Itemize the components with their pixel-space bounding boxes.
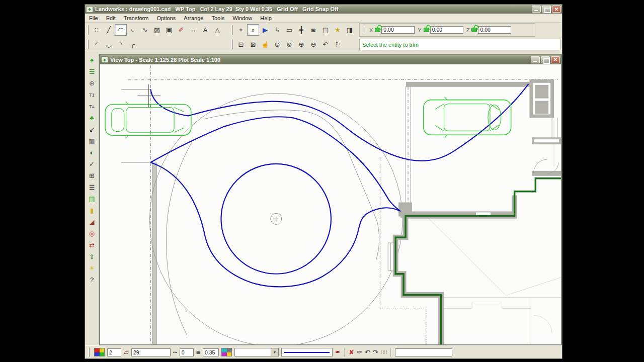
redo-icon[interactable]: ↷ <box>373 348 378 356</box>
toolbar-grip[interactable] <box>87 40 89 49</box>
measure-tool[interactable]: ▤ <box>319 24 332 36</box>
view-maximize-button[interactable] <box>541 56 550 63</box>
delete-icon[interactable]: ✘ <box>349 348 354 356</box>
snap-grid-icon[interactable]: ∷∷ <box>381 349 387 355</box>
import-plant-tool[interactable]: ⇧ <box>86 251 98 262</box>
menu-item[interactable]: Window <box>228 15 256 22</box>
point-tool[interactable]: ∷ <box>91 24 103 36</box>
dimension-tool[interactable]: ↔ <box>187 24 199 36</box>
arc-tool[interactable]: ◠ <box>115 24 127 36</box>
z-lock-icon[interactable] <box>471 28 477 32</box>
menu-item[interactable]: Options <box>152 15 180 22</box>
y-lock-icon[interactable] <box>424 28 429 32</box>
view-minimize-button[interactable] <box>531 56 540 63</box>
color-palette-icon[interactable] <box>94 348 105 356</box>
arc-center-tool[interactable]: ◜ <box>91 39 103 50</box>
arc-radius-tool[interactable]: ◡ <box>103 39 115 50</box>
layers-icon[interactable]: ▱ <box>124 348 129 356</box>
pen-colors-icon[interactable] <box>221 348 232 356</box>
label-list-tool[interactable]: T≡ <box>86 101 98 112</box>
zoom-center-tool[interactable]: ⊚ <box>283 39 295 50</box>
slope-tool[interactable]: ◢ <box>86 217 98 227</box>
contour-ripple-tool[interactable]: ◎ <box>86 228 98 239</box>
view-window-title-bar[interactable]: ♠ View Top - Scale 1:125.28 Plot Scale 1… <box>100 55 561 64</box>
marker-tool[interactable]: ✐ <box>175 24 187 36</box>
shadow-circle-tool[interactable]: ◐ <box>86 147 98 158</box>
sun-shadow-tool[interactable]: ☀ <box>86 263 98 274</box>
spline-tool[interactable]: ∿ <box>139 24 151 36</box>
menu-item[interactable]: Help <box>256 15 276 22</box>
zoom-previous-tool[interactable]: ↶ <box>319 39 332 50</box>
line-preview[interactable] <box>281 348 333 356</box>
paint-roller-tool[interactable]: ▮ <box>86 205 98 216</box>
toolbar-grip[interactable] <box>88 347 90 357</box>
move-label-tool[interactable]: ↙ <box>86 124 98 135</box>
style-combobox[interactable]: ▼ <box>234 348 279 356</box>
plant-list-tool[interactable]: ☰ <box>86 66 98 77</box>
camera-tool[interactable]: ◙ <box>307 24 319 36</box>
menu-item[interactable]: Transform <box>120 15 153 22</box>
combobox-arrow-icon[interactable]: ▼ <box>271 348 278 356</box>
axes-tool[interactable]: ↳ <box>271 24 283 36</box>
menu-item[interactable]: Edit <box>102 15 120 22</box>
help-tool[interactable]: ? <box>86 275 98 285</box>
grid-tool[interactable]: ⊞ <box>86 170 98 181</box>
z-coordinate-field[interactable]: 0.00 <box>478 26 511 34</box>
plant-tree-tool[interactable]: ♠ <box>86 55 98 65</box>
window-view-tool[interactable]: ▭ <box>283 24 295 36</box>
contour-steps-tool[interactable]: ☰ <box>86 182 98 193</box>
perspective-tool[interactable]: ▶ <box>259 24 271 36</box>
toolbar-grip[interactable] <box>231 40 233 49</box>
pan-tool[interactable]: ☝ <box>259 39 271 50</box>
paintbrush-icon[interactable]: ✑ <box>357 348 362 356</box>
close-button[interactable]: ✕ <box>552 6 561 13</box>
y-coordinate-field[interactable]: 0.00 <box>430 26 463 34</box>
zoom-in-tool[interactable]: ⊕ <box>295 39 307 50</box>
menu-item[interactable]: File <box>85 15 102 22</box>
line-style-icon[interactable]: ┅ <box>173 348 177 356</box>
view-close-button[interactable]: ✕ <box>551 56 560 63</box>
canopy-tree-tool[interactable]: ♣ <box>86 113 98 123</box>
named-view-tool[interactable]: ⚐ <box>332 39 344 50</box>
x-coordinate-field[interactable]: 0.00 <box>381 26 415 34</box>
x-lock-icon[interactable] <box>375 28 380 32</box>
toolbar-grip[interactable] <box>363 25 364 35</box>
text-tool[interactable]: A <box>199 24 211 36</box>
minimize-button[interactable] <box>532 6 541 13</box>
zoom-tool[interactable]: ⌕ <box>247 24 259 36</box>
fillet-tool[interactable]: ╭ <box>127 39 139 50</box>
arc-3point-tool[interactable]: ◝ <box>115 39 127 50</box>
menu-item[interactable]: Arrange <box>180 15 207 22</box>
cone-tool[interactable]: △ <box>211 24 223 36</box>
drawing-canvas[interactable] <box>100 64 561 344</box>
plant-move-tool[interactable]: ⇄ <box>86 240 98 250</box>
hatch-tool[interactable]: ▨ <box>151 24 163 36</box>
zoom-window-tool[interactable]: ⊡ <box>235 39 247 50</box>
pan-views-tool[interactable]: ╋ <box>295 24 307 36</box>
plant-outline-tool[interactable]: ⊕ <box>86 78 98 88</box>
line-tool[interactable]: ╱ <box>103 24 115 36</box>
label-tool[interactable]: T1 <box>86 89 98 100</box>
command-entry-field[interactable] <box>395 348 452 356</box>
zoom-scale-tool[interactable]: ⊜ <box>271 39 283 50</box>
maximize-button[interactable] <box>542 6 551 13</box>
zoom-out-tool[interactable]: ⊖ <box>307 39 319 50</box>
circle-tool[interactable]: ○ <box>127 24 139 36</box>
toggle-on-tool[interactable]: ◨ <box>344 24 356 36</box>
title-bar[interactable]: ♠ Landworks : drawing001.cad WP Top Col … <box>85 5 562 14</box>
checklist-tool[interactable]: ✓ <box>86 159 98 169</box>
line-weight-field[interactable]: 0.35 <box>203 348 219 356</box>
snap-target-tool[interactable]: ⌖ <box>235 24 247 36</box>
image-tool[interactable]: ▣ <box>163 24 175 36</box>
line-weight-icon[interactable]: ≡ <box>196 348 200 356</box>
undo-icon[interactable]: ↶ <box>365 348 370 356</box>
color-number-field[interactable]: 2 <box>107 348 121 356</box>
light-tool[interactable]: ★ <box>332 24 344 36</box>
eyedropper-icon[interactable]: ✒ <box>335 348 341 356</box>
menu-item[interactable]: Tools <box>207 15 228 22</box>
material-book-tool[interactable]: ▤ <box>86 194 98 204</box>
toolbar-grip[interactable] <box>231 25 233 35</box>
toolbar-grip[interactable] <box>87 25 89 35</box>
legend-tool[interactable]: ▦ <box>86 136 98 146</box>
zoom-extents-tool[interactable]: ⊠ <box>247 39 259 50</box>
